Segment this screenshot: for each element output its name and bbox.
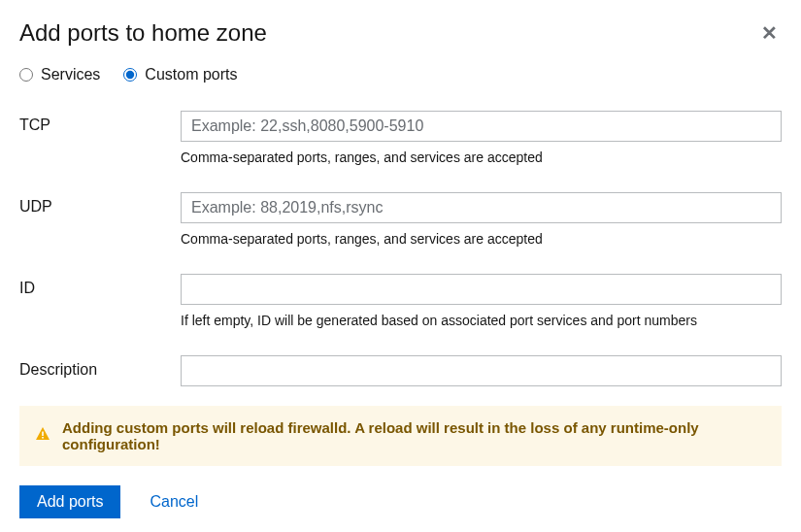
udp-input[interactable] [181,192,782,223]
radio-custom-input[interactable] [123,68,137,82]
id-field-row: ID If left empty, ID will be generated b… [19,274,782,328]
warning-alert: Adding custom ports will reload firewall… [19,406,782,466]
close-icon[interactable]: ✕ [757,19,782,47]
cancel-button[interactable]: Cancel [150,485,198,518]
tcp-field-row: TCP Comma-separated ports, ranges, and s… [19,111,782,165]
udp-field-row: UDP Comma-separated ports, ranges, and s… [19,192,782,247]
svg-rect-1 [42,437,44,439]
dialog-actions: Add ports Cancel [19,485,782,518]
description-input[interactable] [181,355,782,386]
udp-help-text: Comma-separated ports, ranges, and servi… [181,231,782,247]
warning-text: Adding custom ports will reload firewall… [62,419,766,452]
udp-label: UDP [19,192,181,247]
tcp-input[interactable] [181,111,782,142]
id-label: ID [19,274,181,328]
radio-services-input[interactable] [19,68,33,82]
tcp-help-text: Comma-separated ports, ranges, and servi… [181,150,782,165]
radio-custom-ports[interactable]: Custom ports [123,66,237,83]
dialog-header: Add ports to home zone ✕ [19,19,782,47]
description-label: Description [19,355,181,386]
radio-custom-label[interactable]: Custom ports [145,66,237,83]
add-ports-button[interactable]: Add ports [19,485,120,518]
mode-radio-group: Services Custom ports [19,66,782,83]
tcp-label: TCP [19,111,181,165]
dialog-title: Add ports to home zone [19,19,267,47]
radio-services-label[interactable]: Services [41,66,100,83]
id-help-text: If left empty, ID will be generated base… [181,313,782,328]
id-input[interactable] [181,274,782,305]
radio-services[interactable]: Services [19,66,100,83]
svg-rect-0 [42,432,44,437]
description-field-row: Description [19,355,782,386]
warning-icon [35,426,50,446]
